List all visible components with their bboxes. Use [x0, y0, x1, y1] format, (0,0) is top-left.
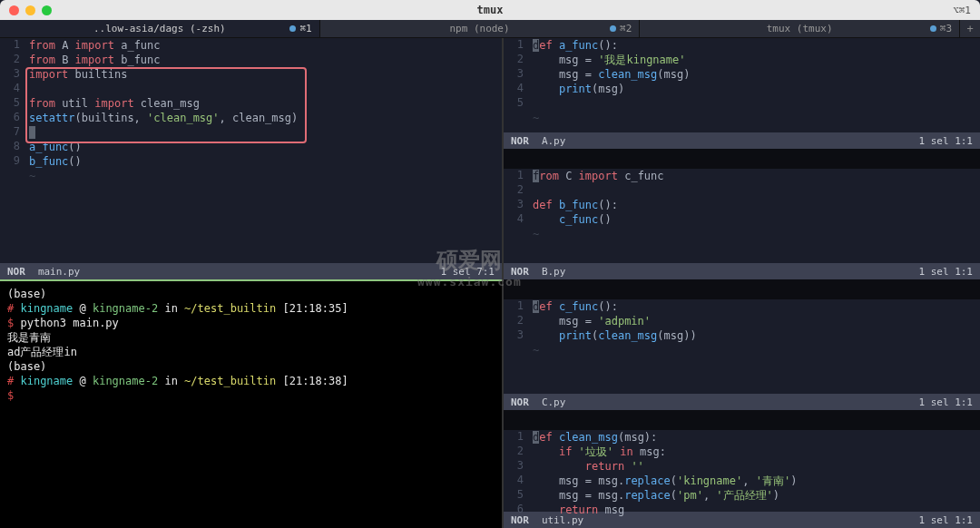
- tab-label: ..low-asia/dags (-zsh): [93, 23, 226, 34]
- mode-indicator: NOR: [511, 266, 529, 278]
- tab-bar: ..low-asia/dags (-zsh)⌘1npm (node)⌘2tmux…: [0, 20, 980, 38]
- file-name: C.py: [542, 396, 566, 408]
- terminal-tab[interactable]: npm (node)⌘2: [320, 20, 641, 37]
- left-column: 123456789from A import a_funcfrom B impo…: [0, 38, 504, 528]
- editor-pane-b[interactable]: 1234from C import c_funcdef b_func(): c_…: [504, 169, 980, 263]
- status-bar-c: NOR C.py 1 sel 1:1: [504, 394, 980, 410]
- terminal-tab[interactable]: ..low-asia/dags (-zsh)⌘1: [0, 20, 320, 37]
- mode-indicator: NOR: [7, 266, 25, 278]
- mode-indicator: NOR: [511, 135, 529, 147]
- cursor-position: 1 sel 1:1: [918, 266, 973, 278]
- window-shortcut-hint: ⌥⌘1: [953, 5, 971, 16]
- tab-label: tmux (tmux): [767, 23, 833, 34]
- workspace: 123456789from A import a_funcfrom B impo…: [0, 38, 980, 528]
- status-bar-b: NOR B.py 1 sel 1:1: [504, 263, 980, 279]
- tab-shortcut: ⌘1: [289, 23, 311, 34]
- tab-shortcut: ⌘2: [610, 23, 632, 34]
- editor-pane-main[interactable]: 123456789from A import a_funcfrom B impo…: [0, 38, 502, 263]
- editor-pane-a[interactable]: 12345def a_func(): msg = '我是kingname' ms…: [504, 38, 980, 132]
- editor-pane-util[interactable]: 123456def clean_msg(msg): if '垃圾' in msg…: [504, 430, 980, 512]
- tab-shortcut: ⌘3: [930, 23, 952, 34]
- tab-label: npm (node): [449, 23, 509, 34]
- file-name: B.py: [542, 266, 566, 278]
- new-tab-button[interactable]: +: [960, 20, 980, 37]
- window-titlebar: tmux ⌥⌘1: [0, 0, 980, 20]
- cursor-position: 1 sel 7:1: [440, 266, 495, 278]
- terminal-tab[interactable]: tmux (tmux)⌘3: [640, 20, 960, 37]
- window-title: tmux: [0, 4, 980, 16]
- cursor-position: 1 sel 1:1: [918, 135, 973, 147]
- mode-indicator: NOR: [511, 396, 529, 408]
- file-name: main.py: [38, 266, 80, 278]
- file-name: A.py: [542, 135, 566, 147]
- status-bar-main: NOR main.py 1 sel 7:1: [0, 263, 502, 279]
- right-column: 12345def a_func(): msg = '我是kingname' ms…: [504, 38, 980, 528]
- status-bar-a: NOR A.py 1 sel 1:1: [504, 132, 980, 149]
- terminal-pane[interactable]: (base)# kingname @ kingname-2 in ~/test_…: [0, 281, 502, 528]
- editor-pane-c[interactable]: 123def c_func(): msg = 'adpmin' print(cl…: [504, 299, 980, 394]
- cursor-position: 1 sel 1:1: [918, 396, 973, 408]
